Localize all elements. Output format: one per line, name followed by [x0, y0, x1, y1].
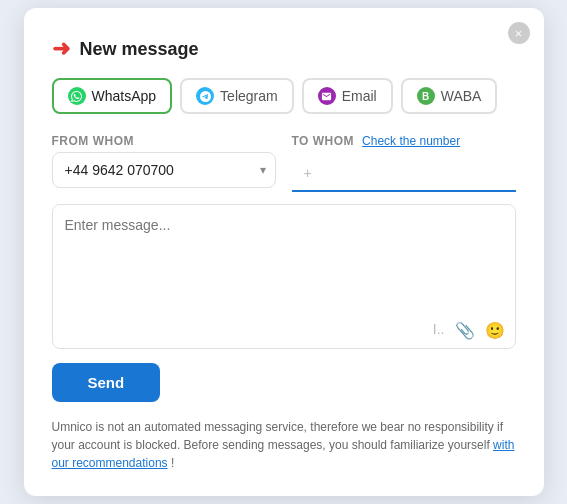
attachment-icon[interactable]: 📎: [455, 321, 475, 340]
telegram-icon: [196, 87, 214, 105]
send-button-label: Send: [88, 374, 125, 391]
disclaimer-text: Umnico is not an automated messaging ser…: [52, 418, 516, 472]
to-field-group: To whom Check the number: [292, 134, 516, 192]
disclaimer-body: Umnico is not an automated messaging ser…: [52, 420, 504, 452]
tab-whatsapp[interactable]: WhatsApp: [52, 78, 173, 114]
modal-title: ➜ New message: [52, 36, 516, 62]
arrow-icon: ➜: [52, 36, 70, 62]
new-message-modal: × ➜ New message WhatsApp Telegram Email …: [24, 8, 544, 496]
to-label: To whom: [292, 134, 355, 148]
from-field-group: From whom +44 9642 070700 ▾: [52, 134, 276, 192]
tab-telegram[interactable]: Telegram: [180, 78, 294, 114]
email-tab-label: Email: [342, 88, 377, 104]
message-box-wrapper: I.. 📎 🙂: [52, 204, 516, 349]
close-button[interactable]: ×: [508, 22, 530, 44]
telegram-tab-label: Telegram: [220, 88, 278, 104]
waba-tab-label: WABA: [441, 88, 482, 104]
email-icon: [318, 87, 336, 105]
send-button[interactable]: Send: [52, 363, 161, 402]
message-textarea[interactable]: [53, 205, 515, 315]
to-input[interactable]: [292, 156, 516, 192]
whatsapp-icon: [68, 87, 86, 105]
to-label-row: To whom Check the number: [292, 134, 516, 148]
check-number-link[interactable]: Check the number: [362, 134, 460, 148]
from-select[interactable]: +44 9642 070700: [52, 152, 276, 188]
message-toolbar: I.. 📎 🙂: [53, 315, 515, 348]
fields-row: From whom +44 9642 070700 ▾ To whom Chec…: [52, 134, 516, 192]
title-text: New message: [80, 39, 199, 60]
tab-waba[interactable]: B WABA: [401, 78, 498, 114]
channel-tabs: WhatsApp Telegram Email B WABA: [52, 78, 516, 114]
emoji-icon[interactable]: 🙂: [485, 321, 505, 340]
whatsapp-tab-label: WhatsApp: [92, 88, 157, 104]
from-select-wrapper: +44 9642 070700 ▾: [52, 152, 276, 188]
from-label: From whom: [52, 134, 276, 148]
tab-email[interactable]: Email: [302, 78, 393, 114]
text-format-icon[interactable]: I..: [433, 321, 445, 340]
waba-icon: B: [417, 87, 435, 105]
disclaimer-suffix: !: [171, 456, 174, 470]
close-icon: ×: [515, 27, 523, 40]
